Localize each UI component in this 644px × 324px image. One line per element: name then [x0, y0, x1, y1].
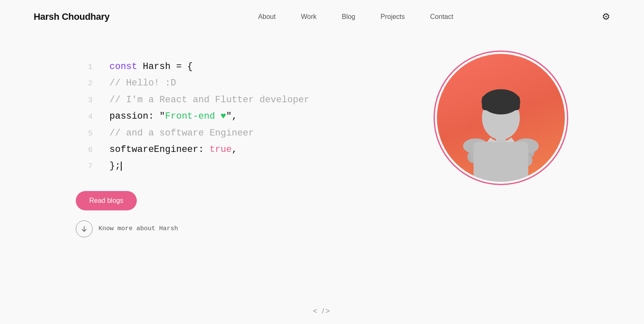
- nav-blog[interactable]: Blog: [342, 13, 355, 21]
- code-line-3: 3 // I'm a React and Flutter developer: [76, 92, 408, 108]
- line4-label: passion: ": [109, 111, 165, 122]
- nav-projects[interactable]: Projects: [381, 13, 405, 21]
- know-more-section[interactable]: Know more about Harsh: [76, 220, 408, 237]
- code-line-7-text: };: [109, 158, 122, 174]
- line-number-3: 3: [76, 94, 93, 107]
- profile-circle-outer: [434, 50, 568, 185]
- line1-rest: Harsh = {: [137, 61, 193, 72]
- profile-circle-inner: [437, 54, 565, 182]
- code-line-4: 4 passion: "Front-end ♥",: [76, 109, 408, 124]
- line-number-4: 4: [76, 110, 93, 123]
- code-line-6: 6 softwareEngineer: true,: [76, 142, 408, 157]
- svg-rect-7: [511, 96, 520, 110]
- code-line-5: 5 // and a software Engineer: [76, 125, 408, 141]
- code-line-1: 1 const Harsh = {: [76, 59, 408, 74]
- read-blogs-button[interactable]: Read blogs: [76, 191, 137, 210]
- code-line-5-text: // and a software Engineer: [109, 125, 254, 141]
- code-line-3-text: // I'm a React and Flutter developer: [109, 92, 309, 108]
- code-line-2-text: // Hello! :D: [109, 75, 176, 91]
- site-title: Harsh Choudhary: [34, 11, 109, 22]
- footer-symbol: < />: [313, 307, 331, 315]
- code-line-4-text: passion: "Front-end ♥",: [109, 109, 237, 124]
- action-section: Read blogs Know more about Harsh: [76, 191, 408, 237]
- svg-rect-6: [482, 96, 490, 110]
- line4-end: ",: [226, 111, 237, 122]
- keyword-const: const: [109, 61, 137, 72]
- line6-end: ,: [232, 144, 237, 155]
- nav-work[interactable]: Work: [301, 13, 317, 21]
- line-number-5: 5: [76, 127, 93, 140]
- line-number-2: 2: [76, 77, 93, 90]
- line-number-6: 6: [76, 143, 93, 157]
- nav-contact[interactable]: Contact: [430, 13, 453, 21]
- code-line-2: 2 // Hello! :D: [76, 75, 408, 91]
- line-number-1: 1: [76, 61, 93, 74]
- arrow-down-icon: [76, 220, 93, 237]
- line4-string: Front-end ♥: [165, 111, 226, 122]
- code-section: 1 const Harsh = { 2 // Hello! :D 3 // I'…: [76, 59, 408, 237]
- nav-about[interactable]: About: [258, 13, 276, 21]
- footer-text: < />: [313, 307, 331, 316]
- code-line-1-text: const Harsh = {: [109, 59, 193, 74]
- profile-avatar-svg: [442, 64, 560, 182]
- code-block: 1 const Harsh = { 2 // Hello! :D 3 // I'…: [76, 59, 408, 174]
- svg-rect-10: [474, 142, 528, 182]
- line7-close: };: [109, 161, 120, 171]
- main-nav: About Work Blog Projects Contact: [258, 13, 453, 21]
- settings-icon[interactable]: ⚙: [602, 11, 610, 22]
- code-line-7: 7 };: [76, 158, 408, 174]
- text-cursor: [121, 162, 122, 171]
- profile-section: [434, 50, 568, 185]
- know-more-label: Know more about Harsh: [98, 225, 178, 232]
- line6-keyword: true: [210, 144, 232, 155]
- line-number-7: 7: [76, 160, 93, 173]
- line6-label: softwareEngineer:: [109, 144, 210, 155]
- code-line-6-text: softwareEngineer: true,: [109, 142, 237, 157]
